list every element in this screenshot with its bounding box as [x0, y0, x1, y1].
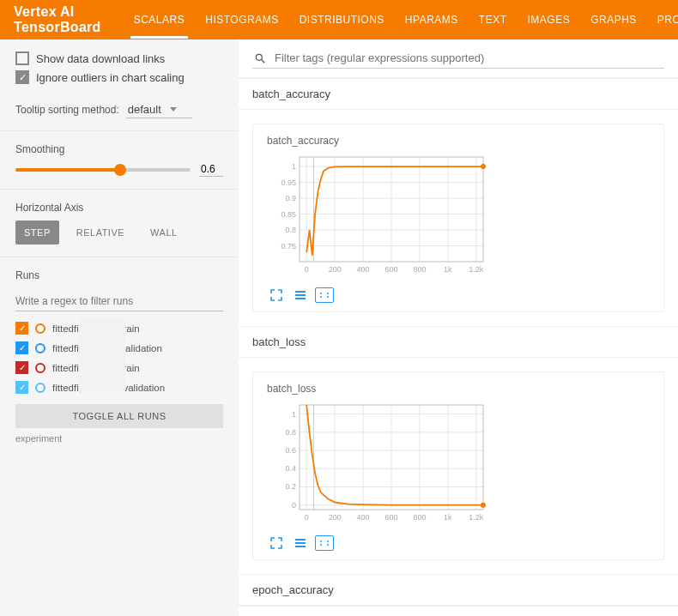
tab-scalars[interactable]: SCALARS: [125, 2, 194, 38]
svg-point-71: [327, 541, 329, 542]
fullscreen-icon[interactable]: [267, 287, 286, 303]
svg-text:1k: 1k: [444, 513, 452, 522]
tab-graphs[interactable]: GRAPHS: [582, 2, 645, 38]
axis-btn-step[interactable]: STEP: [15, 220, 59, 245]
card-batch-accuracy: batch_accuracy 0.750.80.850.90.951020040…: [252, 124, 664, 312]
svg-text:0.8: 0.8: [285, 226, 296, 234]
ignore-outliers-label: Ignore outliers in chart scaling: [36, 71, 185, 84]
panel-epoch-accuracy[interactable]: epoch_accuracy: [239, 574, 678, 606]
svg-text:0.9: 0.9: [285, 194, 296, 202]
tab-images[interactable]: IMAGES: [518, 2, 578, 38]
svg-text:0.4: 0.4: [285, 464, 296, 473]
svg-point-37: [327, 296, 329, 298]
svg-point-70: [320, 541, 322, 542]
tag-filter-input[interactable]: [273, 51, 663, 65]
experiment-label: experiment: [15, 433, 223, 444]
svg-text:1.2k: 1.2k: [469, 265, 484, 274]
runs-label: Runs: [15, 269, 223, 281]
svg-line-1: [262, 59, 265, 63]
svg-text:200: 200: [329, 513, 342, 522]
sidebar: Show data download links ✓ Ignore outlie…: [0, 39, 239, 616]
top-tabs: SCALARSHISTOGRAMSDISTRIBUTIONSHPARAMSTEX…: [125, 2, 678, 38]
panel-batch-accuracy[interactable]: batch_accuracy: [239, 78, 678, 110]
list-icon[interactable]: [291, 287, 310, 303]
panel-batch-loss[interactable]: batch_loss: [239, 326, 678, 358]
tooltip-sort-label: Tooltip sorting method:: [15, 104, 119, 116]
fullscreen-icon[interactable]: [267, 535, 286, 551]
svg-text:1: 1: [292, 410, 296, 419]
tab-profile[interactable]: PROFILE: [649, 2, 678, 38]
svg-point-73: [327, 544, 329, 546]
svg-text:1k: 1k: [444, 265, 452, 274]
svg-point-0: [256, 54, 262, 60]
tooltip-sort-select[interactable]: default: [126, 101, 192, 118]
fit-icon[interactable]: [315, 287, 334, 303]
axis-btn-wall[interactable]: WALL: [142, 220, 186, 245]
runs-list: ✓fittedfi -165034/train✓fittedfi -165034…: [15, 318, 223, 397]
run-checkbox[interactable]: ✓: [15, 361, 28, 374]
svg-text:1.2k: 1.2k: [469, 513, 484, 522]
tab-histograms[interactable]: HISTOGRAMS: [197, 2, 287, 38]
svg-point-36: [320, 296, 322, 298]
svg-text:600: 600: [384, 265, 397, 274]
toggle-all-runs-button[interactable]: TOGGLE ALL RUNS: [15, 404, 223, 428]
chart-batch-loss[interactable]: 00.20.40.60.8102004006008001k1.2k: [267, 400, 490, 528]
svg-text:0: 0: [305, 265, 309, 274]
smoothing-label: Smoothing: [15, 143, 223, 155]
svg-text:0: 0: [305, 513, 309, 522]
tab-distributions[interactable]: DISTRIBUTIONS: [291, 2, 393, 38]
run-color-swatch: [35, 323, 45, 334]
svg-text:800: 800: [413, 265, 426, 274]
svg-point-30: [481, 164, 486, 169]
svg-text:0.8: 0.8: [285, 428, 296, 437]
run-checkbox[interactable]: ✓: [15, 322, 28, 335]
runs-filter-input[interactable]: [15, 292, 223, 311]
svg-text:800: 800: [413, 513, 426, 522]
svg-text:1: 1: [292, 162, 296, 171]
smoothing-input[interactable]: [199, 162, 223, 177]
run-color-swatch: [35, 363, 45, 373]
fit-icon[interactable]: [315, 535, 334, 551]
show-download-label: Show data download links: [36, 52, 165, 65]
list-icon[interactable]: [291, 535, 310, 551]
tooltip-sort-value: default: [128, 103, 161, 116]
axis-btn-relative[interactable]: RELATIVE: [68, 220, 133, 245]
smoothing-slider[interactable]: [15, 168, 191, 172]
svg-point-34: [320, 293, 322, 294]
tag-filter[interactable]: [252, 48, 664, 69]
card-title-batch-loss: batch_loss: [267, 383, 650, 395]
svg-text:400: 400: [357, 513, 370, 522]
svg-text:400: 400: [357, 265, 370, 274]
panel-epoch-loss[interactable]: epoch_loss: [239, 606, 678, 616]
redacted-region: [79, 318, 125, 392]
svg-text:0: 0: [292, 501, 296, 510]
run-color-swatch: [35, 383, 45, 393]
tab-text[interactable]: TEXT: [470, 2, 516, 38]
svg-text:0.95: 0.95: [281, 178, 296, 187]
search-icon: [254, 52, 266, 64]
topbar: Vertex AI TensorBoard SCALARSHISTOGRAMSD…: [0, 0, 678, 39]
run-checkbox[interactable]: ✓: [15, 341, 28, 354]
card-title-batch-accuracy: batch_accuracy: [267, 135, 650, 147]
show-download-links-checkbox[interactable]: Show data download links: [15, 51, 223, 65]
svg-text:600: 600: [384, 513, 397, 522]
svg-text:0.75: 0.75: [281, 242, 296, 251]
horizontal-axis-label: Horizontal Axis: [15, 202, 223, 214]
svg-point-66: [481, 503, 486, 508]
svg-text:0.6: 0.6: [285, 446, 296, 455]
ignore-outliers-checkbox[interactable]: ✓ Ignore outliers in chart scaling: [15, 70, 223, 84]
svg-text:0.2: 0.2: [285, 482, 296, 491]
run-checkbox[interactable]: ✓: [15, 381, 28, 394]
tab-hparams[interactable]: HPARAMS: [397, 2, 467, 38]
main-area: batch_accuracy batch_accuracy 0.750.80.8…: [239, 39, 678, 616]
svg-text:0.85: 0.85: [281, 210, 296, 219]
horizontal-axis-group: STEPRELATIVEWALL: [15, 220, 223, 245]
chart-batch-accuracy[interactable]: 0.750.80.850.90.95102004006008001k1.2k: [267, 152, 490, 281]
svg-point-72: [320, 544, 322, 546]
svg-point-35: [327, 293, 329, 294]
brand: Vertex AI TensorBoard: [14, 4, 101, 35]
run-color-swatch: [35, 343, 45, 353]
card-batch-loss: batch_loss 00.20.40.60.8102004006008001k…: [252, 371, 664, 560]
svg-text:200: 200: [329, 265, 342, 274]
